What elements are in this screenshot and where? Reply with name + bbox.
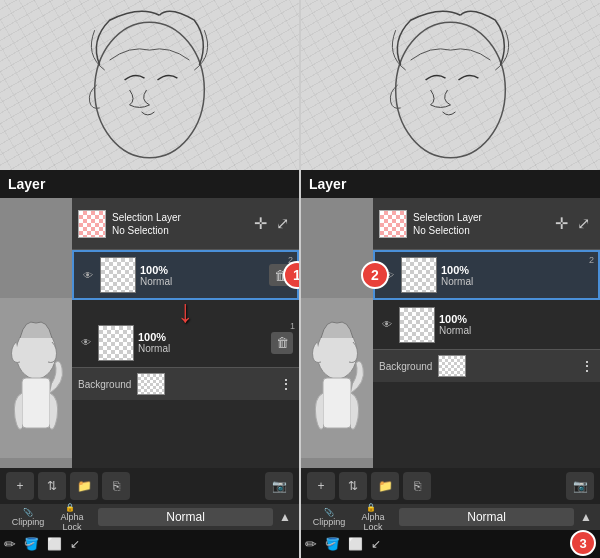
selection-row-right[interactable]: Selection Layer No Selection ✛ ⤢	[373, 198, 600, 250]
bg-dots-right[interactable]: ⋮	[580, 358, 594, 374]
no-selection-label-right: No Selection	[413, 224, 550, 237]
layer-row-2-right[interactable]: 2 2 👁 100% Normal	[373, 250, 600, 300]
brush-tool-right[interactable]: ✏	[305, 536, 317, 552]
bg-dots-left[interactable]: ⋮	[279, 376, 293, 392]
lock-icon-right: 🔒	[366, 503, 376, 512]
eraser-tool-right[interactable]: ⬜	[348, 537, 363, 551]
annotation-2: 2	[361, 261, 389, 289]
layer-mode-2-right: Normal	[441, 276, 592, 287]
clipping-icon-left: 📎	[23, 508, 33, 517]
lock-icon-left: 🔒	[65, 503, 75, 512]
svg-point-4	[396, 22, 506, 158]
bg-thumb-left	[137, 373, 165, 395]
blend-bar-right: 📎 Clipping 🔒 Alpha Lock Normal ▲	[301, 504, 600, 530]
bg-label-right: Background	[379, 361, 432, 372]
no-selection-label-left: No Selection	[112, 224, 249, 237]
layer-num-1-left: 1	[290, 321, 295, 331]
clipping-label-right: Clipping	[309, 517, 349, 527]
selection-row-left[interactable]: Selection Layer No Selection ✛ ⤢	[72, 198, 299, 250]
layer-row-1-right[interactable]: 👁 100% Normal	[373, 300, 600, 350]
layer-delete-1-left[interactable]: 🗑	[271, 332, 293, 354]
layer-mode-1-right: Normal	[439, 325, 594, 336]
layer-title-left: Layer	[8, 176, 45, 192]
selection-move-icon-right: ✛	[550, 213, 572, 235]
blend-arrow-right[interactable]: ▲	[580, 510, 592, 524]
svg-rect-3	[22, 378, 50, 428]
camera-btn-left[interactable]: 📷	[265, 472, 293, 500]
layer-num-2-right: 2	[589, 255, 594, 265]
selection-thumb-right	[379, 210, 407, 238]
panel-right: Layer	[300, 0, 600, 558]
layer-thumb-2-left	[100, 257, 136, 293]
layer-title-right: Layer	[309, 176, 346, 192]
move-tool-right[interactable]: ↙	[371, 537, 381, 551]
flip-btn-right[interactable]: ⇅	[339, 472, 367, 500]
selection-info-right: Selection Layer No Selection	[413, 211, 550, 237]
layer-eye-2-left[interactable]: 👁	[80, 269, 96, 281]
clipping-label-left: Clipping	[8, 517, 48, 527]
bottom-toolbar-left: + ⇅ 📁 ⎘ 📷	[0, 468, 299, 504]
fill-tool-left[interactable]: 🪣	[24, 537, 39, 551]
eraser-tool-left[interactable]: ⬜	[47, 537, 62, 551]
bg-row-right[interactable]: Background ⋮	[373, 350, 600, 382]
blend-mode-right[interactable]: Normal	[399, 508, 574, 526]
selection-move-icon-left: ✛	[249, 213, 271, 235]
annotation-3: 3	[570, 530, 596, 556]
tool-bar-left: ✏ 🪣 ⬜ ↙	[0, 530, 299, 558]
layer-panel-left: Layer	[0, 170, 299, 558]
alpha-lock-label-left: Alpha Lock	[50, 512, 94, 532]
layer-info-2-left: 100% Normal	[140, 264, 269, 287]
blend-mode-left[interactable]: Normal	[98, 508, 273, 526]
layer-header-right: Layer	[301, 170, 600, 198]
layer-pct-1-right: 100%	[439, 313, 594, 325]
camera-btn-right[interactable]: 📷	[566, 472, 594, 500]
layer-info-2-right: 100% Normal	[441, 264, 592, 287]
copy-btn-right[interactable]: ⎘	[403, 472, 431, 500]
panel-left: Layer	[0, 0, 300, 558]
layer-panel-right: Layer	[301, 170, 600, 558]
layer-thumb-2-right	[401, 257, 437, 293]
flip-btn-left[interactable]: ⇅	[38, 472, 66, 500]
layer-eye-1-right[interactable]: 👁	[379, 319, 395, 331]
move-tool-left[interactable]: ↙	[70, 537, 80, 551]
add-folder-btn-left[interactable]: 📁	[70, 472, 98, 500]
selection-info-left: Selection Layer No Selection	[112, 211, 249, 237]
selection-layer-label-left: Selection Layer	[112, 211, 249, 224]
fill-tool-right[interactable]: 🪣	[325, 537, 340, 551]
layer-pct-2-right: 100%	[441, 264, 592, 276]
clipping-icon-right: 📎	[324, 508, 334, 517]
selection-transform-icon-left: ⤢	[271, 213, 293, 235]
selection-thumb-left	[78, 210, 106, 238]
add-folder-btn-right[interactable]: 📁	[371, 472, 399, 500]
layer-info-1-left: 100% Normal	[138, 331, 271, 354]
layer-mode-2-left: Normal	[140, 276, 269, 287]
layer-eye-1-left[interactable]: 👁	[78, 337, 94, 349]
svg-point-0	[95, 22, 205, 158]
layer-pct-1-left: 100%	[138, 331, 271, 343]
layer-thumb-1-left	[98, 325, 134, 361]
layer-thumb-1-right	[399, 307, 435, 343]
blend-arrow-left[interactable]: ▲	[279, 510, 291, 524]
red-arrow-left: ↓	[178, 295, 194, 327]
bg-label-left: Background	[78, 379, 131, 390]
alpha-lock-label-right: Alpha Lock	[351, 512, 395, 532]
selection-layer-label-right: Selection Layer	[413, 211, 550, 224]
tool-bar-right: ✏ 🪣 ⬜ ↙ 3	[301, 530, 600, 558]
add-layer-btn-right[interactable]: +	[307, 472, 335, 500]
bg-row-left[interactable]: Background ⋮	[72, 368, 299, 400]
selection-transform-icon-right: ⤢	[572, 213, 594, 235]
blend-bar-left: 📎 Clipping 🔒 Alpha Lock Normal ▲	[0, 504, 299, 530]
svg-rect-7	[323, 378, 351, 428]
copy-btn-left[interactable]: ⎘	[102, 472, 130, 500]
layer-header-left: Layer	[0, 170, 299, 198]
add-layer-btn-left[interactable]: +	[6, 472, 34, 500]
bottom-toolbar-right: + ⇅ 📁 ⎘ 📷	[301, 468, 600, 504]
bg-thumb-right	[438, 355, 466, 377]
brush-tool-left[interactable]: ✏	[4, 536, 16, 552]
layer-pct-2-left: 100%	[140, 264, 269, 276]
layer-info-1-right: 100% Normal	[439, 313, 594, 336]
layer-mode-1-left: Normal	[138, 343, 271, 354]
